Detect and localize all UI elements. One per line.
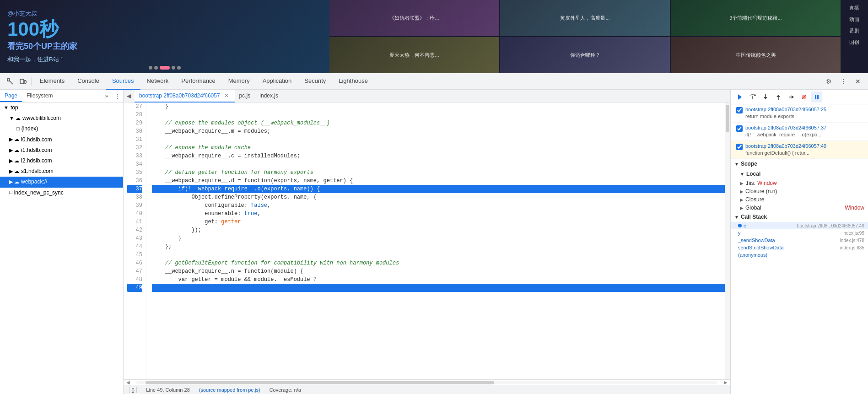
tab-sources[interactable]: Sources xyxy=(106,73,140,90)
video-thumb-5[interactable]: 你适合哪种？ xyxy=(500,37,670,73)
file-tree-bilibili[interactable]: ▼ ☁ www.bilibili.com xyxy=(0,113,123,124)
settings-button[interactable]: ⚙ xyxy=(822,75,835,88)
tab-network[interactable]: Network xyxy=(140,73,175,90)
tab-security[interactable]: Security xyxy=(298,73,332,90)
file-panel-tab-page[interactable]: Page xyxy=(0,90,22,102)
folder-open-icon: ▼ xyxy=(4,104,9,112)
video-thumb-6[interactable]: 中国传统颜色之美 xyxy=(671,37,841,73)
file-tree-index-new[interactable]: □ index_new_pc_sync xyxy=(0,188,123,198)
file-icon-2: □ xyxy=(9,189,12,197)
code-tab-indexjs[interactable]: index.js xyxy=(255,90,283,103)
local-scope-header[interactable]: ▼ Local xyxy=(731,169,868,179)
breakpoint-item-1: bootstrap 2ff08a0b703d24f66057:25 return… xyxy=(731,104,868,123)
source-mapped-status: (source mapped from pc.js) xyxy=(199,387,260,393)
close-devtools-button[interactable]: ✕ xyxy=(852,75,864,88)
code-line-48: var getter = module && module. esModule … xyxy=(152,275,730,284)
inspect-element-button[interactable] xyxy=(4,75,16,88)
tab-elements[interactable]: Elements xyxy=(33,73,71,90)
video-thumb-4[interactable]: 夏天太热，何不善恶... xyxy=(329,37,499,73)
cloud-closed-icon-1: ▶ ☁ xyxy=(9,146,19,155)
step-out-button[interactable] xyxy=(773,92,784,103)
tab-memory[interactable]: Memory xyxy=(222,73,256,90)
call-stack-section-header[interactable]: ▼ Call Stack xyxy=(731,212,868,222)
sidebar-live[interactable]: 直播 xyxy=(849,4,859,12)
tab-lighthouse[interactable]: Lighthouse xyxy=(332,73,374,90)
sidebar-drama[interactable]: 番剧 xyxy=(849,27,859,35)
call-stack-frame-4[interactable]: (anonymous) xyxy=(731,251,868,259)
bilibili-banner: @小芝大叔 100秒 看完50个UP主的家 和我一起，住进B站！ xyxy=(0,0,329,73)
tab-console[interactable]: Console xyxy=(71,73,106,90)
code-tab-bootstrap-close[interactable]: ✕ xyxy=(223,92,230,99)
code-scroll-track[interactable] xyxy=(136,381,717,384)
video-thumb-3[interactable]: 9个前端代码规范秘籍... xyxy=(671,0,841,36)
breakpoint-checkbox-3[interactable] xyxy=(736,144,743,150)
banner-author: @小芝大叔 xyxy=(7,10,37,18)
code-tab-bootstrap[interactable]: bootstrap 2ff08a0b703d24f66057 ✕ xyxy=(135,90,235,103)
video-thumb-1[interactable]: 《妇仇者联盟》：枪... xyxy=(329,0,499,36)
code-area: 27 28 29 30 31 32 33 34 35 36 37 38 39 4… xyxy=(124,103,730,379)
device-toggle-button[interactable] xyxy=(16,75,29,88)
step-into-button[interactable] xyxy=(760,92,771,103)
scope-section-header[interactable]: ▼ Scope xyxy=(731,159,868,169)
devtools-toolbar: Elements Console Sources Network Perform… xyxy=(0,73,868,90)
file-panel-more-button[interactable]: » xyxy=(101,90,112,102)
local-scope-label: Local xyxy=(746,171,760,177)
code-content[interactable]: } // expose the modules object (__webpac… xyxy=(146,103,730,379)
file-tree-webpack[interactable]: ▶ ☁ webpack:// xyxy=(0,177,123,187)
line-num-44: 44 xyxy=(127,243,142,251)
breakpoint-checkbox-1[interactable] xyxy=(736,107,743,113)
resume-button[interactable] xyxy=(734,92,745,103)
tab-performance[interactable]: Performance xyxy=(175,73,221,90)
file-tree-i0[interactable]: ▶ ☁ i0.hdslb.com xyxy=(0,135,123,145)
file-tree-s1[interactable]: ▶ ☁ s1.hdslb.com xyxy=(0,166,123,177)
video-thumb-2[interactable]: 黄皮外星人，高质量... xyxy=(500,0,670,36)
code-panel-toggle[interactable]: ◀ xyxy=(124,92,135,99)
svg-rect-16 xyxy=(817,95,819,99)
code-vertical-scrollbar[interactable] xyxy=(725,103,730,379)
code-tab-pcjs[interactable]: pc.js xyxy=(235,90,255,103)
scope-this[interactable]: ▶ this: Window xyxy=(731,179,868,187)
scroll-right-btn[interactable]: ▶ xyxy=(721,380,730,385)
line-num-49: 49 xyxy=(127,284,142,292)
line-num-30: 30 xyxy=(127,127,142,135)
breakpoint-checkbox-2[interactable] xyxy=(736,125,743,132)
file-tree-top[interactable]: ▼ top xyxy=(0,103,123,113)
file-tree-i2[interactable]: ▶ ☁ i2.hdslb.com xyxy=(0,156,123,166)
line-num-40: 40 xyxy=(127,210,142,218)
code-horizontal-scrollbar[interactable]: ◀ ▶ xyxy=(124,379,730,385)
code-line-36: __webpack_require__.d = function(exports… xyxy=(152,177,730,185)
sidebar-anime[interactable]: 动画 xyxy=(849,15,859,24)
tab-application[interactable]: Application xyxy=(256,73,298,90)
deactivate-breakpoints-button[interactable] xyxy=(798,92,809,103)
sidebar-guochuang[interactable]: 国创 xyxy=(849,38,859,47)
file-tree-i1[interactable]: ▶ ☁ i1.hdslb.com xyxy=(0,145,123,156)
devtools-main: Page Filesystem » ⋮ ▼ top ▼ ☁ www.bilibi… xyxy=(0,90,868,394)
scope-closure-nn[interactable]: ▶ Closure (n.n) xyxy=(731,187,868,195)
step-button[interactable] xyxy=(786,92,797,103)
call-stack-frame-2[interactable]: _sendShowData index.js:478 xyxy=(731,237,868,244)
scroll-left-btn[interactable]: ◀ xyxy=(124,380,133,385)
pause-on-exceptions-button[interactable] xyxy=(811,92,822,103)
code-scroll-thumb[interactable] xyxy=(146,381,494,384)
file-panel-tab-filesystem[interactable]: Filesystem xyxy=(22,90,57,102)
call-stack-frame-3[interactable]: sendStrictShowData index.js:635 xyxy=(731,244,868,251)
code-line-31 xyxy=(152,135,730,144)
call-stack-frame-1[interactable]: y index.js:99 xyxy=(731,229,868,237)
format-button[interactable]: {} xyxy=(129,387,137,393)
line-num-35: 35 xyxy=(127,168,142,177)
code-scrollbar-thumb[interactable] xyxy=(726,105,729,132)
more-tools-button[interactable]: ⋮ xyxy=(837,75,850,88)
line-numbers: 27 28 29 30 31 32 33 34 35 36 37 38 39 4… xyxy=(124,103,146,379)
code-line-44: }; xyxy=(152,243,730,251)
scope-closure[interactable]: ▶ Closure xyxy=(731,195,868,204)
file-tree-index[interactable]: □ (index) xyxy=(0,124,123,134)
code-line-29: // expose the modules object (__webpack_… xyxy=(152,119,730,127)
file-panel-dots-button[interactable]: ⋮ xyxy=(112,90,123,102)
step-over-button[interactable] xyxy=(747,92,758,103)
scope-global[interactable]: ▶ Global Window xyxy=(731,204,868,212)
call-stack-frame-0[interactable]: e bootstrap 2ff08...03d24f66057:49 xyxy=(731,222,868,229)
toolbar-separator-1 xyxy=(31,77,32,86)
line-num-28: 28 xyxy=(127,111,142,119)
line-num-43: 43 xyxy=(127,234,142,243)
line-num-47: 47 xyxy=(127,267,142,275)
